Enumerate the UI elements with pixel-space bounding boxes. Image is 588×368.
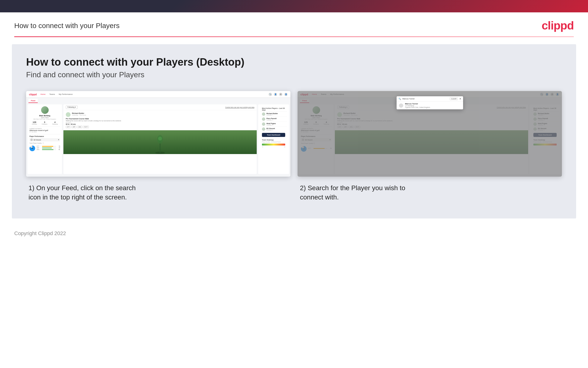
close-button[interactable]: ✕ bbox=[459, 97, 461, 100]
search-input-fake[interactable]: Marcus Turner bbox=[403, 98, 449, 100]
profile-section-1: Blair McHarg Golf Coach Mill Ride Golf C… bbox=[29, 106, 60, 127]
profile-name-1: Blair McHarg bbox=[29, 115, 60, 117]
player-selector-1[interactable]: Eli Vincent ▾ bbox=[29, 138, 60, 141]
search-dropdown: 🔍 Marcus Turner CLEAR ✕ Marcus Turner 1.… bbox=[397, 96, 463, 109]
latest-activity-1: Latest Activity Afternoon round of golf … bbox=[29, 128, 60, 133]
profile-avatar-1 bbox=[41, 106, 49, 114]
result-handicap: 1.5 Handicap bbox=[405, 105, 430, 107]
app-left-col-1: Blair McHarg Golf Coach Mill Ride Golf C… bbox=[27, 104, 62, 174]
screenshot-col-1: clippd Home Teams My Performance 🔍 👤 ⚙ 👤… bbox=[26, 91, 290, 204]
stat-following: 4 Following bbox=[52, 121, 58, 125]
team-heatmap-title-1: Team Heatmap bbox=[260, 138, 287, 141]
profile-role-1: Golf Coach bbox=[29, 117, 60, 118]
step1-description: 1) On your Feed, click on the searchicon… bbox=[26, 177, 290, 204]
app-logo-1: clippd bbox=[29, 93, 36, 96]
most-active-item-3: Hiral Pujara Activities: 3 bbox=[260, 122, 287, 127]
app-middle-col-1: Following ▾ Control who can see your act… bbox=[63, 104, 257, 174]
quality-section-1: Total Player Quality ⓘ bbox=[29, 142, 60, 144]
golf-image-1 bbox=[63, 130, 257, 154]
result-avatar bbox=[399, 103, 403, 108]
settings-icon[interactable]: ⚙ bbox=[279, 93, 282, 96]
screenshot-frame-1: clippd Home Teams My Performance 🔍 👤 ⚙ 👤… bbox=[26, 91, 290, 177]
profile-club-1: Mill Ride Golf Club, United Kingdom bbox=[29, 118, 60, 120]
profile-icon[interactable]: 👤 bbox=[274, 93, 277, 96]
page-title: How to connect with your Players bbox=[14, 22, 120, 30]
logo: clippd bbox=[542, 19, 574, 32]
app-ui-1: clippd Home Teams My Performance 🔍 👤 ⚙ 👤… bbox=[26, 91, 290, 177]
team-dashboard-btn-1[interactable]: Team Dashboard bbox=[262, 133, 285, 137]
app-body-1: Blair McHarg Golf Coach Mill Ride Golf C… bbox=[26, 103, 290, 175]
player-perf-title-1: Player Performance bbox=[29, 136, 60, 137]
footer: Copyright Clippd 2022 bbox=[0, 226, 588, 241]
stat-followers: 3 Followers bbox=[42, 121, 47, 125]
screenshots-row: clippd Home Teams My Performance 🔍 👤 ⚙ 👤… bbox=[26, 91, 562, 204]
quality-circle-1: 84 bbox=[29, 146, 35, 151]
most-active-item-4: Eli Vincent Activities: 1 bbox=[260, 127, 287, 132]
profile-stats-1: 129 Activities 3 Followers 4 bbox=[29, 121, 60, 125]
nav-teams[interactable]: Teams bbox=[49, 93, 55, 95]
feed-tab-1[interactable]: Feed bbox=[28, 99, 38, 103]
activity-avatar-1 bbox=[66, 112, 70, 117]
following-btn-1[interactable]: Following ▾ bbox=[66, 106, 78, 109]
result-club: Cypress Point Club, United Kingdom bbox=[405, 107, 430, 108]
most-active-item-1: Richard Butler Activities: 7 bbox=[260, 112, 287, 117]
control-link-1[interactable]: Control who can see your activity and da… bbox=[225, 107, 254, 108]
main-content: How to connect with your Players (Deskto… bbox=[12, 44, 576, 219]
search-bar: 🔍 Marcus Turner CLEAR ✕ bbox=[397, 96, 463, 101]
search-icon[interactable]: 🔍 bbox=[269, 93, 272, 96]
nav-my-performance[interactable]: My Performance bbox=[59, 93, 73, 95]
heatmap-bar-1 bbox=[262, 144, 285, 146]
most-active-title-1: Most Active Players - Last 30 days bbox=[260, 106, 287, 112]
activity-card-1: Richard Butler Yesterday · The Grove Pre… bbox=[63, 110, 257, 130]
app-nav-1: clippd Home Teams My Performance 🔍 👤 ⚙ 👤 bbox=[26, 91, 290, 98]
section-subtitle: Find and connect with your Players bbox=[26, 70, 562, 79]
nav-home[interactable]: Home bbox=[40, 93, 45, 95]
search-icon-overlay: 🔍 bbox=[398, 98, 401, 100]
nav-icons: 🔍 👤 ⚙ 👤 bbox=[269, 93, 288, 96]
following-row-1: Following ▾ Control who can see your act… bbox=[63, 104, 257, 110]
header: How to connect with your Players clippd bbox=[0, 12, 588, 36]
screenshot-col-2: clippd Home Teams My Performance 🔍 👤 ⚙ 👤… bbox=[298, 91, 562, 204]
clear-button[interactable]: CLEAR bbox=[450, 97, 458, 100]
most-active-item-2: Piers Parnell Activities: 4 bbox=[260, 117, 287, 122]
screenshot-frame-2: clippd Home Teams My Performance 🔍 👤 ⚙ 👤… bbox=[298, 91, 562, 177]
top-bar bbox=[0, 0, 588, 12]
copyright: Copyright Clippd 2022 bbox=[14, 230, 66, 236]
stat-activities: 129 Activities bbox=[32, 121, 37, 125]
result-name: Marcus Turner bbox=[405, 103, 430, 105]
search-result-item[interactable]: Marcus Turner 1.5 Handicap Cypress Point… bbox=[397, 101, 463, 109]
stat-bar-app: APP 70 bbox=[36, 147, 60, 148]
tag-group-1: OTT APP ARG PUTT bbox=[66, 126, 254, 128]
stat-bar-arg: ARG 81 bbox=[36, 149, 60, 150]
header-divider bbox=[14, 36, 574, 37]
app-ui-2: clippd Home Teams My Performance 🔍 👤 ⚙ 👤… bbox=[298, 91, 562, 177]
player-perf-section-1: Player Performance Eli Vincent ▾ Total P… bbox=[29, 134, 60, 151]
player-avatar-small-1 bbox=[30, 138, 33, 141]
app-right-col-1: Most Active Players - Last 30 days Richa… bbox=[258, 104, 289, 174]
step2-description: 2) Search for the Player you wish toconn… bbox=[298, 177, 562, 204]
stat-bar-ott: OTT 79 bbox=[36, 146, 60, 147]
section-title: How to connect with your Players (Deskto… bbox=[26, 56, 562, 68]
avatar-icon[interactable]: 👤 bbox=[284, 93, 288, 96]
svg-point-3 bbox=[158, 137, 162, 140]
